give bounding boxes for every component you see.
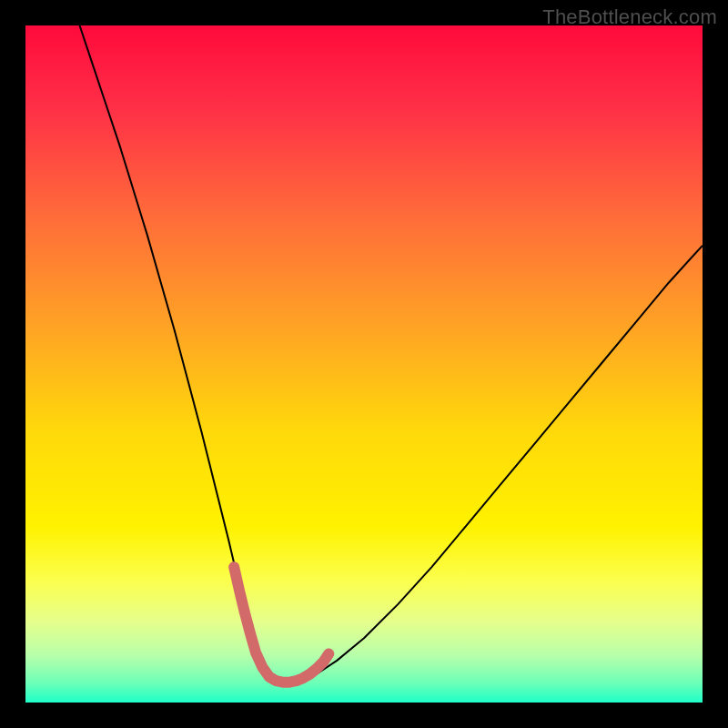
chart-frame: TheBottleneck.com (0, 0, 728, 728)
plot-area (25, 25, 703, 703)
chart-canvas (25, 25, 703, 703)
watermark-text: TheBottleneck.com (542, 5, 717, 29)
